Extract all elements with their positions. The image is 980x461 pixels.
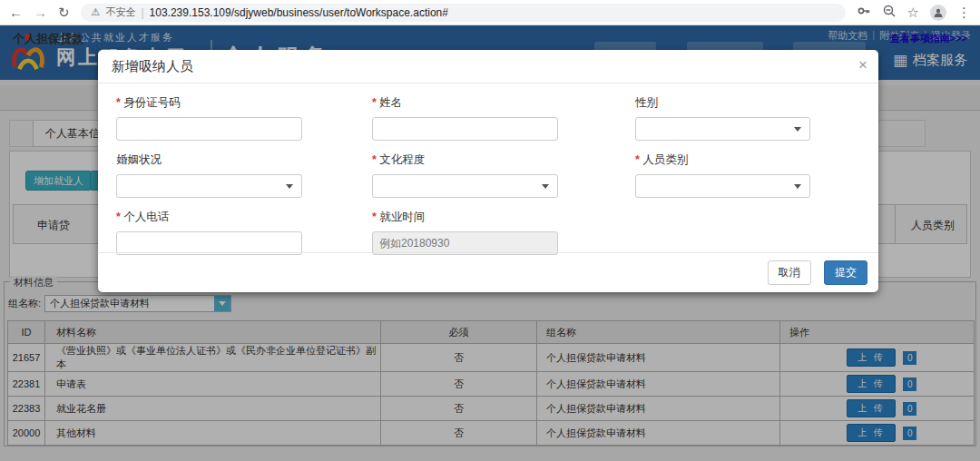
modal-title: 新增吸纳人员 [112, 58, 193, 74]
address-bar[interactable]: ⚠ 不安全 | 103.239.153.109/sdjyweb/business… [81, 4, 846, 22]
submit-button[interactable]: 提交 [824, 260, 867, 285]
employment-date-label: 就业时间 [372, 210, 558, 225]
bookmark-star-icon[interactable]: ☆ [907, 5, 919, 19]
name-label: 姓名 [372, 95, 558, 111]
address-separator: | [141, 6, 143, 19]
profile-avatar[interactable] [930, 5, 946, 21]
marital-status-label: 婚姻状况 [116, 152, 302, 168]
password-key-icon[interactable] [857, 4, 871, 22]
gender-label: 性别 [635, 95, 810, 111]
url-text[interactable]: 103.239.153.109/sdjyweb/business/user/to… [150, 6, 448, 19]
name-field[interactable] [372, 117, 558, 141]
person-type-label: 人员类别 [635, 152, 810, 168]
id-number-field[interactable] [116, 117, 302, 141]
add-personnel-modal: 新增吸纳人员 × 身份证号码 姓名 性别 婚姻状况 [98, 50, 878, 292]
cancel-button[interactable]: 取消 [768, 260, 811, 285]
not-secure-warning-icon[interactable]: ⚠ [92, 6, 101, 18]
close-icon[interactable]: × [858, 56, 867, 74]
marital-status-select[interactable] [116, 174, 302, 198]
phone-label: 个人电话 [116, 210, 302, 225]
browser-menu-icon[interactable]: ⋮ [957, 5, 971, 19]
education-label: 文化程度 [372, 152, 558, 168]
modal-body: 身份证号码 姓名 性别 婚姻状况 文化程度 [98, 83, 878, 255]
modal-header: 新增吸纳人员 × [98, 50, 878, 83]
not-secure-label[interactable]: 不安全 [105, 5, 135, 19]
modal-footer: 取消 提交 [98, 252, 878, 292]
zoom-out-icon[interactable] [882, 4, 897, 22]
person-type-select[interactable] [635, 174, 810, 198]
back-icon[interactable]: ← [9, 5, 23, 19]
forward-icon[interactable]: → [34, 5, 47, 19]
browser-toolbar: ← → ↻ ⚠ 不安全 | 103.239.153.109/sdjyweb/bu… [0, 0, 980, 25]
id-number-label: 身份证号码 [116, 95, 302, 111]
page-root: 山东公共就业人才服务 网上服务大厅 个人服务 帮助文档 | 附件列表 | 退出登… [0, 25, 980, 461]
education-select[interactable] [372, 174, 558, 198]
gender-select[interactable] [635, 117, 810, 141]
reload-icon[interactable]: ↻ [58, 5, 70, 19]
